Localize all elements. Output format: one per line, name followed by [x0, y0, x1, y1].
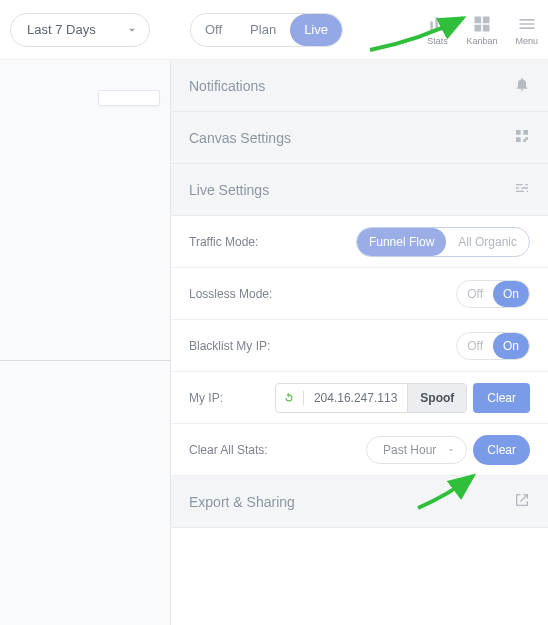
- clear-stats-range-value: Past Hour: [383, 443, 436, 457]
- row-clear-stats: Clear All Stats: Past Hour Clear: [171, 424, 548, 476]
- lossless-label: Lossless Mode:: [189, 287, 272, 301]
- menu-label: Menu: [515, 36, 538, 46]
- blacklist-off[interactable]: Off: [457, 333, 493, 359]
- clear-stats-label: Clear All Stats:: [189, 443, 268, 457]
- traffic-mode-funnel[interactable]: Funnel Flow: [357, 228, 446, 256]
- layout-icon: [514, 128, 530, 144]
- blacklist-on[interactable]: On: [493, 333, 529, 359]
- bar-chart-icon: [426, 14, 448, 34]
- lossless-on[interactable]: On: [493, 281, 529, 307]
- blacklist-label: Blacklist My IP:: [189, 339, 270, 353]
- chevron-down-icon: [125, 23, 139, 37]
- mode-off[interactable]: Off: [191, 14, 236, 46]
- section-notifications-label: Notifications: [189, 78, 265, 94]
- date-range-label: Last 7 Days: [27, 22, 96, 37]
- canvas-node[interactable]: [98, 90, 160, 106]
- clear-ip-button[interactable]: Clear: [473, 383, 530, 413]
- traffic-mode-toggle: Funnel Flow All Organic: [356, 227, 530, 257]
- lossless-toggle: Off On: [456, 280, 530, 308]
- mode-live[interactable]: Live: [290, 14, 342, 46]
- export-icon: [514, 492, 530, 508]
- spoof-button[interactable]: Spoof: [407, 384, 466, 412]
- stats-label: Stats: [427, 36, 448, 46]
- kanban-button[interactable]: Kanban: [466, 14, 497, 46]
- my-ip-group: 204.16.247.113 Spoof: [275, 383, 467, 413]
- traffic-mode-label: Traffic Mode:: [189, 235, 258, 249]
- clear-stats-range-dropdown[interactable]: Past Hour: [366, 436, 467, 464]
- refresh-icon: [282, 391, 296, 405]
- chevron-down-icon: [446, 445, 456, 455]
- row-my-ip: My IP: 204.16.247.113 Spoof Clear: [171, 372, 548, 424]
- mode-plan[interactable]: Plan: [236, 14, 290, 46]
- blacklist-toggle: Off On: [456, 332, 530, 360]
- section-live-label: Live Settings: [189, 182, 269, 198]
- menu-button[interactable]: Menu: [515, 14, 538, 46]
- grid-icon: [471, 14, 493, 34]
- section-canvas-settings[interactable]: Canvas Settings: [171, 112, 548, 164]
- bell-icon: [514, 76, 530, 92]
- lossless-off[interactable]: Off: [457, 281, 493, 307]
- date-range-dropdown[interactable]: Last 7 Days: [10, 13, 150, 47]
- top-bar: Last 7 Days Off Plan Live Stats Kanban M…: [0, 0, 548, 60]
- canvas-divider: [0, 360, 170, 361]
- row-lossless-mode: Lossless Mode: Off On: [171, 268, 548, 320]
- section-notifications[interactable]: Notifications: [171, 60, 548, 112]
- clear-stats-button[interactable]: Clear: [473, 435, 530, 465]
- row-blacklist-ip: Blacklist My IP: Off On: [171, 320, 548, 372]
- refresh-ip-button[interactable]: [276, 391, 304, 405]
- section-export-sharing[interactable]: Export & Sharing: [171, 476, 548, 528]
- top-actions: Stats Kanban Menu: [426, 14, 538, 46]
- settings-panel: Notifications Canvas Settings Live Setti…: [170, 60, 548, 625]
- stats-button[interactable]: Stats: [426, 14, 448, 46]
- hamburger-icon: [516, 14, 538, 34]
- my-ip-value: 204.16.247.113: [304, 391, 407, 405]
- row-traffic-mode: Traffic Mode: Funnel Flow All Organic: [171, 216, 548, 268]
- mode-toggle-group: Off Plan Live: [190, 13, 343, 47]
- section-export-label: Export & Sharing: [189, 494, 295, 510]
- section-live-settings[interactable]: Live Settings: [171, 164, 548, 216]
- sliders-icon: [514, 180, 530, 196]
- section-canvas-label: Canvas Settings: [189, 130, 291, 146]
- canvas-area: [0, 60, 170, 625]
- traffic-mode-organic[interactable]: All Organic: [446, 228, 529, 256]
- kanban-label: Kanban: [466, 36, 497, 46]
- my-ip-label: My IP:: [189, 391, 223, 405]
